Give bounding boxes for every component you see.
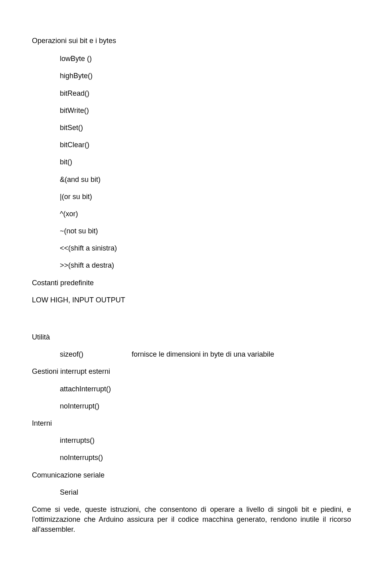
list-row: sizeof() fornisce le dimensioni in byte … bbox=[60, 349, 351, 359]
list-item: ~(not su bit) bbox=[60, 226, 351, 236]
list-item: bitClear() bbox=[60, 140, 351, 150]
list-item: bitSet() bbox=[60, 123, 351, 133]
section-bit-bytes: Operazioni sui bit e i bytes bbox=[32, 36, 351, 46]
list-item: bitRead() bbox=[60, 89, 351, 99]
text-line: LOW HIGH, INPUT OUTPUT bbox=[32, 295, 351, 305]
list-item: interrupts() bbox=[60, 436, 351, 446]
list-item: noInterrupt() bbox=[60, 401, 351, 411]
list-item: noInterrupts() bbox=[60, 453, 351, 463]
list-item: lowByte () bbox=[60, 54, 351, 64]
list-item: &(and su bit) bbox=[60, 175, 351, 185]
item-desc: fornisce le dimensioni in byte di una va… bbox=[132, 349, 274, 359]
section-costanti: Costanti predefinite bbox=[32, 278, 351, 288]
list-item: <<(shift a sinistra) bbox=[60, 243, 351, 253]
section-utilita: Utilità bbox=[32, 332, 351, 342]
list-item: Serial bbox=[60, 487, 351, 497]
list-item: >>(shift a destra) bbox=[60, 260, 351, 270]
list-item: bit() bbox=[60, 157, 351, 167]
section-comunicazione-seriale: Comunicazione seriale bbox=[32, 470, 351, 480]
item-name: sizeof() bbox=[60, 349, 132, 359]
list-item: bitWrite() bbox=[60, 106, 351, 116]
list-item: ^(xor) bbox=[60, 209, 351, 219]
list-item: attachInterrupt() bbox=[60, 384, 351, 394]
section-interni: Interni bbox=[32, 418, 351, 428]
closing-paragraph: Come si vede, queste istruzioni, che con… bbox=[32, 505, 351, 535]
list-item: |(or su bit) bbox=[60, 192, 351, 202]
section-gestioni-interrupt: Gestioni interrupt esterni bbox=[32, 367, 351, 377]
list-item: highByte() bbox=[60, 71, 351, 81]
